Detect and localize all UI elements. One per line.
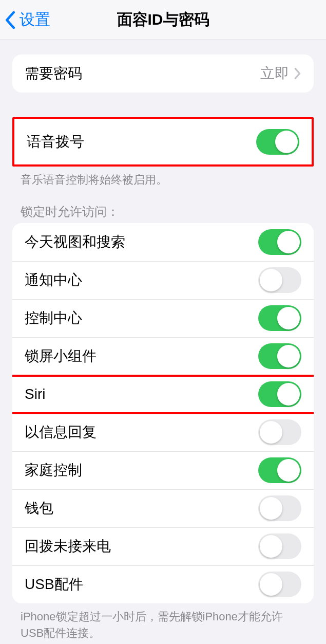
wallet-toggle[interactable]: [258, 495, 301, 521]
wallet-label: 钱包: [25, 499, 53, 518]
notification-center-label: 通知中心: [25, 270, 82, 290]
lock-widgets-toggle[interactable]: [258, 343, 301, 369]
row-notification-center: 通知中心: [12, 261, 314, 299]
row-wallet: 钱包: [12, 489, 314, 527]
lock-widgets-label: 锁屏小组件: [25, 346, 97, 366]
chevron-left-icon: [5, 11, 15, 29]
voice-dial-toggle[interactable]: [256, 129, 299, 155]
row-control-center: 控制中心: [12, 299, 314, 337]
notification-center-toggle[interactable]: [258, 267, 301, 293]
require-passcode-value: 立即: [260, 64, 289, 83]
reply-message-toggle[interactable]: [258, 419, 301, 445]
nav-bar: 设置 面容ID与密码: [0, 0, 326, 40]
group-require-passcode: 需要密码 立即: [12, 54, 314, 93]
row-lock-widgets: 锁屏小组件: [12, 337, 314, 375]
callback-label: 回拨未接来电: [25, 537, 111, 556]
reply-message-label: 以信息回复: [25, 422, 97, 442]
row-voice-dial: 语音拨号: [14, 119, 312, 164]
control-center-toggle[interactable]: [258, 305, 301, 331]
row-today-view: 今天视图和搜索: [12, 223, 314, 261]
home-control-label: 家庭控制: [25, 461, 82, 480]
home-control-toggle[interactable]: [258, 457, 301, 483]
usb-toggle[interactable]: [258, 572, 301, 597]
siri-toggle[interactable]: [258, 381, 301, 407]
require-passcode-label: 需要密码: [25, 64, 82, 83]
allow-when-locked-header: 锁定时允许访问：: [21, 204, 305, 220]
back-label: 设置: [20, 9, 50, 30]
row-usb: USB配件: [12, 565, 314, 603]
row-siri: Siri: [12, 375, 314, 413]
voice-dial-footer: 音乐语音控制将始终被启用。: [21, 172, 305, 188]
back-button[interactable]: 设置: [0, 9, 50, 30]
voice-dial-label: 语音拨号: [27, 132, 84, 152]
usb-label: USB配件: [25, 575, 83, 594]
row-home-control: 家庭控制: [12, 451, 314, 489]
today-view-label: 今天视图和搜索: [25, 232, 125, 252]
group-allow-when-locked: 今天视图和搜索 通知中心 控制中心 锁屏小组件 Siri 以信息回复 家庭控制: [12, 223, 314, 603]
usb-footer: iPhone锁定超过一小时后，需先解锁iPhone才能允许USB配件连接。: [21, 609, 305, 641]
control-center-label: 控制中心: [25, 308, 82, 328]
chevron-right-icon: [294, 67, 301, 80]
siri-label: Siri: [25, 386, 45, 402]
today-view-toggle[interactable]: [258, 229, 301, 255]
row-callback: 回拨未接来电: [12, 527, 314, 565]
group-voice-dial: 语音拨号: [12, 117, 314, 167]
row-reply-message: 以信息回复: [12, 413, 314, 451]
callback-toggle[interactable]: [258, 533, 301, 559]
row-require-passcode[interactable]: 需要密码 立即: [12, 54, 314, 93]
